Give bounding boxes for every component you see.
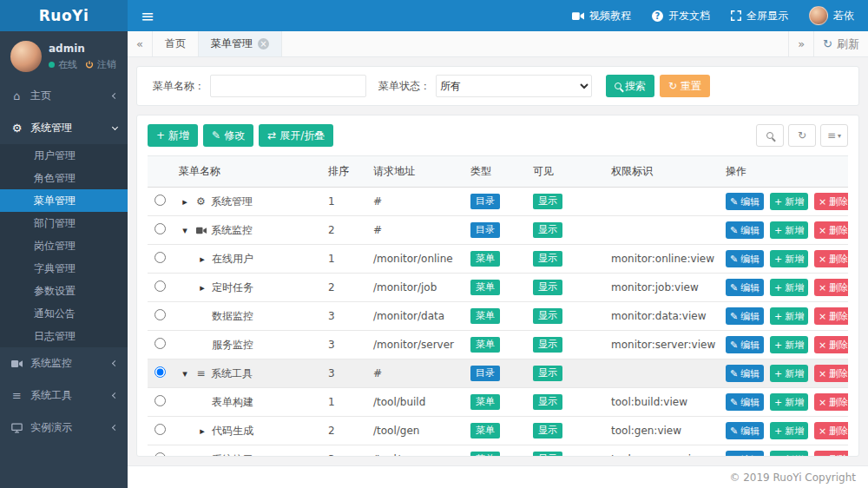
table-row: 数据监控 3 /monitor/data 菜单 显示 monitor:data:…: [148, 302, 848, 331]
row-radio[interactable]: [155, 223, 166, 234]
user-nickname: 若依: [833, 9, 854, 23]
pencil-icon: ✎: [730, 369, 738, 379]
menu-name: 表单构建: [212, 395, 253, 410]
row-delete-button[interactable]: ×删除: [814, 336, 848, 353]
expand-collapse-button[interactable]: ⇄ 展开/折叠: [259, 124, 333, 147]
tab-menu-management[interactable]: 菜单管理 ×: [199, 31, 282, 56]
sidebar-item-menu-mgmt[interactable]: 菜单管理: [0, 189, 128, 212]
chevron-left-icon: [112, 392, 118, 399]
row-delete-button[interactable]: ×删除: [814, 193, 848, 210]
sidebar-item-dict-mgmt[interactable]: 字典管理: [0, 257, 128, 280]
caret-down-icon: ▾: [838, 132, 841, 140]
edit-button[interactable]: ✎ 修改: [203, 124, 253, 147]
row-radio[interactable]: [155, 395, 166, 406]
user-name: admin: [49, 43, 116, 55]
avatar[interactable]: [10, 41, 42, 72]
pencil-icon: ✎: [730, 197, 738, 207]
row-radio[interactable]: [155, 195, 166, 206]
row-edit-button[interactable]: ✎编辑: [726, 279, 764, 296]
add-button[interactable]: + 新增: [148, 124, 198, 147]
table-columns-button[interactable]: ≡ ▾: [820, 124, 848, 147]
sidebar-toggle-button[interactable]: ≡: [128, 0, 168, 31]
sidebar-item-tool[interactable]: ≡ 系统工具: [0, 379, 128, 412]
tabs-scroll-left-button[interactable]: «: [128, 31, 153, 56]
tab-home[interactable]: 首页: [153, 31, 199, 56]
row-add-button[interactable]: +新增: [770, 393, 808, 411]
chevron-left-icon: [112, 360, 118, 366]
nav-user-menu[interactable]: 若依: [809, 6, 854, 25]
row-edit-button[interactable]: ✎编辑: [726, 250, 764, 267]
caret-right-icon[interactable]: ▸: [179, 196, 191, 208]
tab-refresh-button[interactable]: ↻ 刷新: [813, 31, 868, 56]
hamburger-icon: ≡: [141, 6, 155, 25]
row-radio[interactable]: [155, 452, 166, 457]
nav-video-tutorial[interactable]: 视频教程: [572, 9, 631, 23]
row-add-button[interactable]: +新增: [770, 221, 808, 239]
row-edit-button[interactable]: ✎编辑: [726, 193, 764, 210]
row-radio[interactable]: [155, 280, 166, 292]
remove-icon: ×: [819, 312, 826, 321]
row-delete-button[interactable]: ×删除: [814, 422, 848, 439]
row-edit-button[interactable]: ✎编辑: [726, 336, 764, 353]
row-add-button[interactable]: +新增: [770, 307, 808, 325]
row-radio[interactable]: [155, 424, 166, 435]
row-add-button[interactable]: +新增: [770, 279, 808, 296]
row-radio[interactable]: [155, 309, 166, 320]
row-add-button[interactable]: +新增: [770, 193, 808, 210]
sidebar-item-user-mgmt[interactable]: 用户管理: [0, 144, 128, 167]
sidebar-item-monitor[interactable]: 系统监控: [0, 347, 128, 379]
sidebar-item-log-mgmt[interactable]: 日志管理: [0, 325, 128, 347]
row-edit-button[interactable]: ✎编辑: [726, 393, 764, 411]
row-radio[interactable]: [155, 366, 166, 378]
nav-dev-docs[interactable]: ? 开发文档: [652, 9, 710, 23]
sidebar-item-config[interactable]: 参数设置: [0, 280, 128, 302]
search-button[interactable]: 搜索: [606, 75, 654, 97]
row-add-button[interactable]: +新增: [770, 451, 808, 457]
caret-right-icon[interactable]: ▸: [196, 282, 208, 293]
table-refresh-button[interactable]: ↻: [788, 124, 816, 147]
sidebar-item-system[interactable]: ⚙ 系统管理: [0, 112, 128, 144]
row-delete-button[interactable]: ×删除: [814, 221, 848, 239]
sidebar-item-dept-mgmt[interactable]: 部门管理: [0, 212, 128, 234]
sidebar-item-home[interactable]: ⌂ 主页: [0, 80, 128, 112]
row-add-button[interactable]: +新增: [770, 336, 808, 353]
table-search-button[interactable]: [756, 124, 784, 147]
remove-icon: ×: [819, 197, 826, 207]
caret-down-icon[interactable]: ▾: [179, 225, 191, 236]
caret-down-icon[interactable]: ▾: [179, 368, 191, 379]
nav-fullscreen[interactable]: 全屏显示: [731, 9, 788, 23]
close-icon[interactable]: ×: [258, 38, 269, 49]
caret-right-icon[interactable]: ▸: [196, 425, 208, 437]
visible-badge: 显示: [533, 308, 562, 324]
row-radio[interactable]: [155, 338, 166, 349]
chevron-left-icon: [112, 425, 118, 431]
row-edit-button[interactable]: ✎编辑: [726, 451, 764, 457]
row-delete-button[interactable]: ×删除: [814, 250, 848, 267]
row-delete-button[interactable]: ×删除: [814, 307, 848, 325]
sidebar-item-post-mgmt[interactable]: 岗位管理: [0, 234, 128, 257]
row-add-button[interactable]: +新增: [770, 365, 808, 382]
caret-right-icon[interactable]: ▸: [196, 254, 208, 265]
tabs-scroll-right-button[interactable]: »: [788, 31, 813, 56]
row-delete-button[interactable]: ×删除: [814, 279, 848, 296]
row-delete-button[interactable]: ×删除: [814, 365, 848, 382]
row-add-button[interactable]: +新增: [770, 422, 808, 439]
reset-button[interactable]: ↻ 重置: [660, 75, 710, 97]
menu-perm: [604, 216, 719, 245]
row-edit-button[interactable]: ✎编辑: [726, 307, 764, 325]
fullscreen-icon: [731, 10, 741, 21]
row-add-button[interactable]: +新增: [770, 250, 808, 267]
row-delete-button[interactable]: ×删除: [814, 393, 848, 411]
menu-name-input[interactable]: [210, 75, 366, 97]
sidebar-item-notice[interactable]: 通知公告: [0, 302, 128, 325]
row-radio[interactable]: [155, 252, 166, 263]
row-edit-button[interactable]: ✎编辑: [726, 365, 764, 382]
logout-link[interactable]: 注销: [97, 58, 116, 71]
row-edit-button[interactable]: ✎编辑: [726, 422, 764, 439]
menu-status-select[interactable]: 所有: [436, 75, 592, 97]
row-edit-button[interactable]: ✎编辑: [726, 221, 764, 239]
video-icon: [194, 227, 207, 234]
sidebar-item-role-mgmt[interactable]: 角色管理: [0, 167, 128, 189]
row-delete-button[interactable]: ×删除: [814, 451, 848, 457]
sidebar-item-demo[interactable]: 实例演示: [0, 412, 128, 444]
